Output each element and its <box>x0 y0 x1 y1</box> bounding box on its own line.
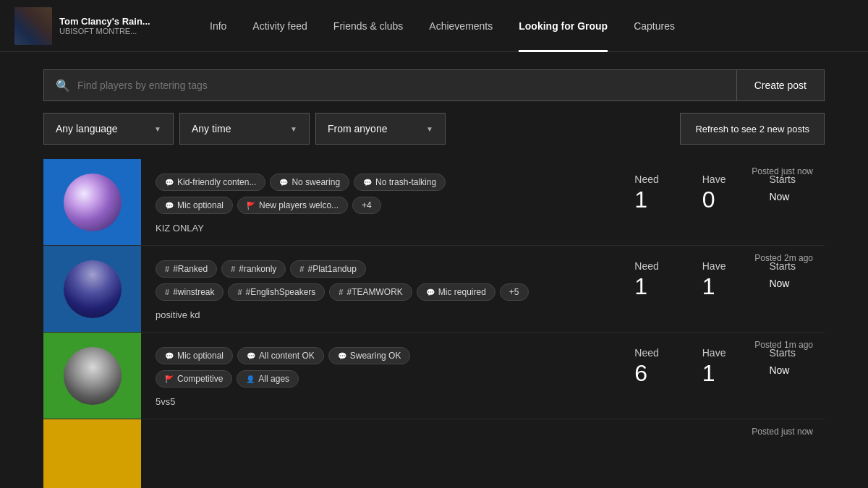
tags-row-1: ##Ranked##rankonly##Plat1andup <box>156 260 605 278</box>
post-body: Posted just now <box>141 419 825 488</box>
tag: ##Plat1andup <box>290 260 366 278</box>
search-row: 🔍 Create post <box>43 69 825 101</box>
search-input[interactable] <box>77 80 725 91</box>
tag: No swearing <box>270 174 349 191</box>
content-area: 🔍 Create post Any language ▼ Any time ▼ … <box>0 52 868 488</box>
have-block: Have 1 <box>702 260 726 298</box>
post-avatar <box>43 333 141 419</box>
language-filter[interactable]: Any language ▼ <box>43 113 174 145</box>
tag: New players welco... <box>237 197 348 214</box>
tag-label: #TEAMWORK <box>346 287 402 297</box>
post-tags: Kid-friendly conten...No swearingNo tras… <box>156 174 605 220</box>
tags-row-2: ##winstreak##EnglishSpeakers##TEAMWORKMi… <box>156 283 605 301</box>
tag-label: Kid-friendly conten... <box>177 177 256 187</box>
nav-activity-feed[interactable]: Activity feed <box>239 0 320 52</box>
refresh-button[interactable]: Refresh to see 2 new posts <box>680 113 825 145</box>
filter-row: Any language ▼ Any time ▼ From anyone ▼ … <box>43 113 825 145</box>
post-body: Posted 2m ago ##Ranked##rankonly##Plat1a… <box>141 246 620 332</box>
need-block: Need 1 <box>634 260 658 298</box>
tag-label: No trash-talking <box>375 177 436 187</box>
hash-icon: # <box>237 288 242 296</box>
post-timestamp: Posted just now <box>752 427 813 437</box>
nav-achievements[interactable]: Achievements <box>416 0 506 52</box>
post-avatar <box>43 419 141 488</box>
chevron-down-icon: ▼ <box>154 125 161 133</box>
tags-row-1: Mic optionalAll content OKSwearing OK <box>156 347 605 364</box>
have-value: 0 <box>702 188 715 211</box>
chat-icon <box>279 178 288 187</box>
tags-row-2: Mic optionalNew players welco...+4 <box>156 197 605 214</box>
nav-info[interactable]: Info <box>197 0 239 52</box>
hash-icon: # <box>165 265 169 273</box>
nav-looking-for-group[interactable]: Looking for Group <box>506 0 621 52</box>
have-value: 1 <box>702 275 715 298</box>
main-nav: Info Activity feed Friends & clubs Achie… <box>197 0 688 52</box>
tag-label: No swearing <box>292 177 340 187</box>
game-title: Tom Clancy's Rain... <box>59 16 150 27</box>
need-block: Need 6 <box>634 347 658 385</box>
person-icon <box>246 374 255 383</box>
chat-icon <box>165 201 174 210</box>
chat-icon <box>165 351 174 360</box>
post-list: Posted just now Kid-friendly conten...No… <box>43 159 825 488</box>
have-label: Have <box>702 174 726 185</box>
hash-icon: # <box>231 265 235 273</box>
list-item[interactable]: Posted 2m ago ##Ranked##rankonly##Plat1a… <box>43 246 825 333</box>
avatar <box>64 260 122 318</box>
tag-label: #Ranked <box>173 264 208 274</box>
language-filter-label: Any language <box>56 123 148 134</box>
have-label: Have <box>702 347 726 359</box>
starts-value: Now <box>769 278 789 289</box>
tags-row-1: Kid-friendly conten...No swearingNo tras… <box>156 174 605 191</box>
tag-label: #EnglishSpeakers <box>246 287 316 297</box>
nav-friends-clubs[interactable]: Friends & clubs <box>320 0 416 52</box>
tags-row-2: CompetitiveAll ages <box>156 370 605 388</box>
post-tags: ##Ranked##rankonly##Plat1andup##winstrea… <box>156 260 605 307</box>
need-value: 1 <box>634 275 647 298</box>
tag: Competitive <box>156 370 232 388</box>
list-item[interactable]: Posted 1m ago Mic optionalAll content OK… <box>43 333 825 419</box>
header: Tom Clancy's Rain... UBISOFT MONTRE... I… <box>0 0 868 52</box>
tag-label: +4 <box>362 200 372 210</box>
create-post-button[interactable]: Create post <box>737 69 825 101</box>
need-value: 1 <box>634 188 647 211</box>
tag: Swearing OK <box>328 347 411 364</box>
tag-label: New players welco... <box>259 200 339 210</box>
tag-label: #rankonly <box>239 264 276 274</box>
game-thumbnail <box>14 7 52 45</box>
tag-label: +5 <box>509 287 519 297</box>
starts-block: Starts Now <box>769 347 796 376</box>
list-item[interactable]: Posted just now <box>43 419 825 488</box>
tag-label: All ages <box>258 374 289 384</box>
chat-icon <box>426 288 435 296</box>
tag: Mic required <box>417 283 495 301</box>
tag: Mic optional <box>156 197 233 214</box>
need-label: Need <box>634 347 658 359</box>
tag-label: Mic optional <box>177 351 224 361</box>
tag: All ages <box>237 370 299 388</box>
have-value: 1 <box>702 361 715 385</box>
post-timestamp: Posted just now <box>752 166 813 176</box>
need-label: Need <box>634 174 658 185</box>
tag: ##winstreak <box>156 283 224 301</box>
tag-label: Competitive <box>177 374 223 384</box>
list-item[interactable]: Posted just now Kid-friendly conten...No… <box>43 159 825 246</box>
tag-label: #winstreak <box>173 287 214 297</box>
post-timestamp: Posted 1m ago <box>754 340 813 350</box>
tag: ##EnglishSpeakers <box>228 283 325 301</box>
from-filter[interactable]: From anyone ▼ <box>315 113 446 145</box>
time-filter[interactable]: Any time ▼ <box>179 113 310 145</box>
hash-icon: # <box>165 288 169 296</box>
post-username: KIZ ONLAY <box>156 223 605 234</box>
need-value: 6 <box>634 361 647 385</box>
post-body: Posted just now Kid-friendly conten...No… <box>141 159 620 245</box>
have-label: Have <box>702 260 726 272</box>
tag: +4 <box>352 197 381 214</box>
post-tags: Mic optionalAll content OKSwearing OKCom… <box>156 347 605 393</box>
tag-label: #Plat1andup <box>307 264 356 274</box>
hash-icon: # <box>299 265 304 273</box>
need-block: Need 1 <box>634 174 658 211</box>
chat-icon <box>338 351 346 360</box>
starts-block: Starts Now <box>769 174 796 202</box>
nav-captures[interactable]: Captures <box>621 0 688 52</box>
